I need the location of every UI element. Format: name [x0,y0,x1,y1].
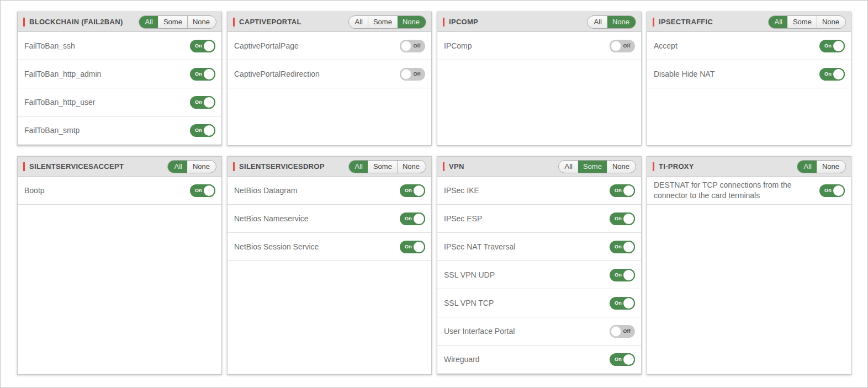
segment-all[interactable]: All [797,161,816,173]
service-toggle[interactable]: On [190,40,215,52]
segment-some[interactable]: Some [578,161,607,173]
panel-accent-bar [653,18,654,26]
segment-all[interactable]: All [349,16,368,28]
toggle-state-label: On [615,272,622,278]
toggle-state-label: On [615,357,622,362]
segment-all[interactable]: All [559,161,578,173]
toggle-state-label: On [195,127,202,133]
service-row: IPSec NAT TraversalOn [437,233,641,261]
filter-segmented-control: AllNone [587,15,636,29]
toggle-state-label: On [615,216,622,221]
segment-none[interactable]: None [397,16,426,28]
panel-header: SILENTSERVICESDROPAllSomeNone [227,157,431,177]
service-label: Disable Hide NAT [654,69,714,79]
toggle-knob [832,184,845,197]
service-row: CaptivePortalRedirectionOff [227,60,431,88]
service-toggle[interactable]: On [819,184,845,197]
segment-none[interactable]: None [607,161,636,173]
service-row: IPSec ESPOn [437,205,641,233]
segment-none[interactable]: None [187,161,216,173]
toggle-state-label: Off [413,71,421,77]
segment-some[interactable]: Some [368,161,397,173]
panel-accent-bar [443,162,444,171]
service-row: FailToBan_http_adminOn [18,60,221,88]
panel-header: SILENTSERVICESACCEPTAllNone [18,157,221,177]
service-toggle[interactable]: Off [610,40,635,52]
service-row: FailToBan_smtpOn [18,116,221,145]
segment-all[interactable]: All [349,161,368,173]
service-toggle[interactable]: On [610,353,635,366]
panel-accent-bar [443,18,444,26]
segment-some[interactable]: Some [158,16,187,28]
panel-header: TI-PROXYAllNone [647,157,851,177]
segment-all[interactable]: All [588,16,606,28]
filter-segmented-control: AllSomeNone [139,15,217,29]
service-toggle[interactable]: On [400,212,425,225]
service-label: Wireguard [444,354,480,365]
toggle-knob [400,40,412,52]
filter-segmented-control: AllSomeNone [348,15,427,29]
segment-none[interactable]: None [607,16,636,28]
service-toggle[interactable]: On [190,68,215,81]
service-row: IPCompOff [437,32,641,60]
panel-body: AcceptOnDisable Hide NATOn [647,32,851,145]
panel-title: CAPTIVEPORTAL [239,18,348,26]
service-toggle[interactable]: On [819,68,845,81]
service-toggle[interactable]: On [610,212,635,225]
panel-accent-bar [23,162,25,171]
service-toggle[interactable]: On [610,269,635,281]
panel-header: CAPTIVEPORTALAllSomeNone [227,12,431,32]
service-label: Bootp [24,185,45,196]
service-toggle[interactable]: On [610,241,635,253]
panel-body: IPCompOff [437,32,641,145]
panel-body: FailToBan_sshOnFailToBan_http_adminOnFai… [18,32,221,145]
segment-some[interactable]: Some [368,16,397,28]
panel-ipcomp: IPCOMPAllNoneIPCompOff [437,12,642,146]
firewall-services-page: BLOCKCHAIN (FAIL2BAN)AllSomeNoneFailToBa… [0,0,868,388]
segment-none[interactable]: None [817,161,845,173]
segment-some[interactable]: Some [787,16,817,28]
service-label: FailToBan_smtp [24,125,80,136]
toggle-state-label: On [405,188,412,193]
service-label: FailToBan_http_admin [24,69,101,79]
service-label: NetBios Nameservice [234,214,309,224]
filter-segmented-control: AllSomeNone [558,160,637,173]
toggle-knob [412,184,425,197]
panel-ipsectraffic: IPSECTRAFFICAllSomeNoneAcceptOnDisable H… [647,12,851,146]
service-toggle[interactable]: Off [610,325,635,338]
segment-none[interactable]: None [397,161,426,173]
service-toggle[interactable]: On [400,241,425,253]
panel-header: VPNAllSomeNone [437,157,641,177]
segment-all[interactable]: All [769,16,787,28]
service-toggle[interactable]: Off [400,40,425,52]
toggle-state-label: On [195,99,202,105]
service-toggle[interactable]: On [400,184,425,197]
service-toggle[interactable]: Off [400,68,425,81]
toggle-state-label: Off [413,43,421,49]
service-toggle[interactable]: On [610,297,635,310]
service-toggle[interactable]: On [190,124,215,137]
panel-title: IPCOMP [449,18,587,26]
segment-none[interactable]: None [817,16,845,28]
service-label: User Interface Portal [444,326,515,337]
segment-all[interactable]: All [168,161,187,173]
toggle-knob [622,297,635,310]
toggle-knob [622,353,635,366]
service-row: Disable Hide NATOn [647,60,851,88]
service-label: NetBios Session Service [234,242,319,252]
service-toggle[interactable]: On [610,184,635,197]
service-row: SSL VPN TCPOn [437,289,641,317]
toggle-state-label: On [615,188,622,193]
segment-all[interactable]: All [139,16,158,28]
filter-segmented-control: AllNone [167,160,216,173]
toggle-state-label: On [615,300,622,306]
service-label: DESTNAT for TCP connections from the con… [654,180,814,201]
toggle-knob [622,184,635,197]
service-label: FailToBan_http_user [24,97,95,108]
toggle-state-label: On [824,188,832,193]
filter-segmented-control: AllSomeNone [348,160,427,173]
segment-none[interactable]: None [187,16,216,28]
service-toggle[interactable]: On [190,96,215,109]
service-toggle[interactable]: On [190,184,215,197]
service-toggle[interactable]: On [819,40,845,52]
